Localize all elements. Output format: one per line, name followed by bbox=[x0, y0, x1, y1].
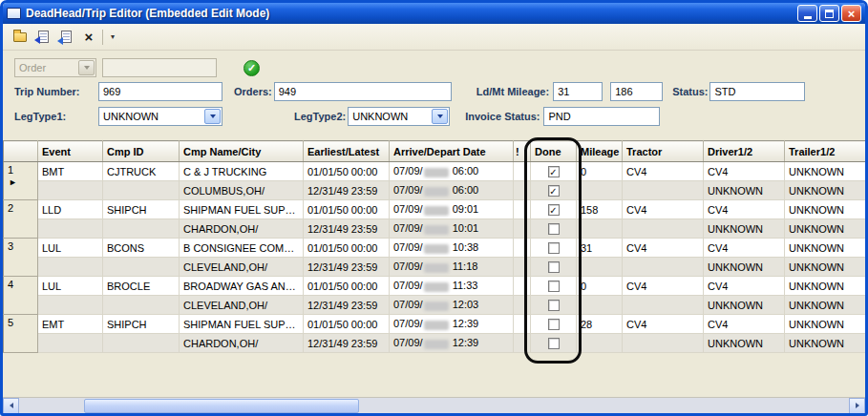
arrive-depart-header[interactable]: Arrive/Depart Date bbox=[390, 141, 514, 162]
minimize-button[interactable] bbox=[797, 5, 817, 22]
cell-tractor[interactable]: CV4 bbox=[623, 315, 704, 334]
scroll-right-button[interactable] bbox=[849, 398, 865, 414]
cell-arrive-depart[interactable]: 07/09/ 06:00 bbox=[390, 181, 514, 200]
cell-cmp-name[interactable]: C & J TRUCKING bbox=[180, 162, 304, 181]
cell-earliest-latest[interactable]: 12/31/49 23:59 bbox=[304, 181, 390, 200]
cell-driver[interactable]: CV4 bbox=[704, 200, 785, 219]
cmp-name-header[interactable]: Cmp Name/City bbox=[180, 141, 304, 162]
toolbar-options-button[interactable]: ▾ bbox=[106, 27, 119, 48]
row-selector[interactable]: 4 bbox=[4, 277, 38, 315]
cell-trailer[interactable]: UNKNOWN bbox=[785, 296, 866, 315]
cell-mileage[interactable] bbox=[577, 296, 623, 315]
cell-cmp-id[interactable] bbox=[103, 181, 180, 200]
cell-trailer[interactable]: UNKNOWN bbox=[785, 239, 866, 258]
cell-alert[interactable] bbox=[514, 162, 531, 181]
cell-cmp-id[interactable]: CJTRUCK bbox=[103, 162, 180, 181]
cell-cmp-name[interactable]: SHIPMAN FUEL SUPPLY bbox=[180, 315, 304, 334]
cell-cmp-id[interactable] bbox=[103, 258, 180, 277]
cell-cmp-id[interactable]: SHIPCH bbox=[103, 200, 180, 219]
cell-earliest-latest[interactable]: 01/01/50 00:00 bbox=[304, 200, 390, 219]
cell-arrive-depart[interactable]: 07/09/ 10:38 bbox=[390, 239, 514, 258]
cell-done[interactable] bbox=[531, 296, 577, 315]
trailer-header[interactable]: Trailer1/2 bbox=[785, 141, 866, 162]
cell-earliest-latest[interactable]: 12/31/49 23:59 bbox=[304, 334, 390, 353]
cell-tractor[interactable] bbox=[623, 181, 704, 200]
cell-cmp-name[interactable]: SHIPMAN FUEL SUPPLY bbox=[180, 200, 304, 219]
cell-earliest-latest[interactable]: 01/01/50 00:00 bbox=[304, 315, 390, 334]
add-leg-button[interactable] bbox=[54, 27, 77, 48]
cell-mileage[interactable] bbox=[577, 181, 623, 200]
row-selector[interactable]: 3 bbox=[4, 239, 38, 277]
cell-event[interactable]: BMT bbox=[38, 162, 103, 181]
done-checkbox[interactable]: ✓ bbox=[548, 166, 560, 177]
cell-earliest-latest[interactable]: 12/31/49 23:59 bbox=[304, 258, 390, 277]
cell-done[interactable] bbox=[531, 258, 577, 277]
cell-cmp-name[interactable]: COLUMBUS,OH/ bbox=[180, 181, 304, 200]
scrollbar-thumb[interactable] bbox=[84, 399, 359, 413]
cell-trailer[interactable]: UNKNOWN bbox=[785, 200, 866, 219]
done-checkbox[interactable] bbox=[548, 338, 560, 349]
cell-arrive-depart[interactable]: 07/09/ 12:03 bbox=[390, 296, 514, 315]
row-selector[interactable]: 2 bbox=[4, 200, 38, 239]
close-button[interactable]: × bbox=[841, 5, 861, 22]
cell-cmp-id[interactable] bbox=[103, 334, 180, 353]
cell-driver[interactable]: UNKNOWN bbox=[704, 296, 785, 315]
cell-event[interactable] bbox=[38, 258, 103, 277]
orders-field[interactable] bbox=[274, 82, 452, 101]
cell-cmp-name[interactable]: CHARDON,OH/ bbox=[180, 219, 304, 239]
cell-alert[interactable] bbox=[514, 296, 531, 315]
trip-number-field[interactable] bbox=[98, 82, 222, 101]
cell-done[interactable] bbox=[531, 219, 577, 239]
maximize-button[interactable] bbox=[819, 5, 839, 22]
earliest-latest-header[interactable]: Earliest/Latest bbox=[304, 141, 390, 162]
cell-done[interactable]: ✓ bbox=[531, 200, 577, 219]
horizontal-scrollbar[interactable] bbox=[3, 397, 865, 413]
done-checkbox[interactable] bbox=[548, 300, 560, 311]
cell-done[interactable]: ✓ bbox=[531, 162, 577, 181]
cell-alert[interactable] bbox=[514, 334, 531, 353]
mileage-header[interactable]: Mileage bbox=[577, 141, 623, 162]
cell-tractor[interactable]: CV4 bbox=[623, 162, 704, 181]
cell-driver[interactable]: CV4 bbox=[704, 315, 785, 334]
cell-arrive-depart[interactable]: 07/09/ 12:39 bbox=[390, 315, 514, 334]
cmp-id-header[interactable]: Cmp ID bbox=[103, 141, 180, 162]
cell-trailer[interactable]: UNKNOWN bbox=[785, 219, 866, 239]
cell-done[interactable] bbox=[531, 239, 577, 258]
cell-driver[interactable]: UNKNOWN bbox=[704, 181, 785, 200]
cell-alert[interactable] bbox=[514, 277, 531, 296]
cell-driver[interactable]: UNKNOWN bbox=[704, 219, 785, 239]
cell-done[interactable] bbox=[531, 315, 577, 334]
cell-mileage[interactable]: 0 bbox=[577, 277, 623, 296]
cell-mileage[interactable] bbox=[577, 258, 623, 277]
cell-mileage[interactable]: 0 bbox=[577, 162, 623, 181]
cell-tractor[interactable]: CV4 bbox=[623, 200, 704, 219]
cell-alert[interactable] bbox=[514, 258, 531, 277]
done-checkbox[interactable]: ✓ bbox=[548, 185, 560, 197]
cell-mileage[interactable] bbox=[577, 334, 623, 353]
cell-tractor[interactable] bbox=[623, 296, 704, 315]
cell-cmp-name[interactable]: CHARDON,OH/ bbox=[180, 334, 304, 353]
cell-cmp-id[interactable]: SHIPCH bbox=[103, 315, 180, 334]
row-selector[interactable]: 1► bbox=[4, 162, 38, 200]
cell-driver[interactable]: CV4 bbox=[704, 162, 785, 181]
cell-tractor[interactable] bbox=[623, 219, 704, 239]
cell-earliest-latest[interactable]: 01/01/50 00:00 bbox=[304, 162, 390, 181]
row-selector[interactable]: 5 bbox=[4, 315, 38, 353]
cell-cmp-name[interactable]: CLEVELAND,OH/ bbox=[180, 258, 304, 277]
done-header[interactable]: Done bbox=[531, 141, 577, 162]
mt-mileage-field[interactable] bbox=[610, 82, 663, 101]
insert-leg-button[interactable] bbox=[32, 27, 54, 48]
cell-arrive-depart[interactable]: 07/09/ 11:18 bbox=[390, 258, 514, 277]
cell-cmp-id[interactable] bbox=[103, 219, 180, 239]
legtype2-combo[interactable]: UNKNOWN bbox=[348, 107, 450, 126]
cell-driver[interactable]: CV4 bbox=[704, 239, 785, 258]
cell-arrive-depart[interactable]: 07/09/ 11:33 bbox=[390, 277, 514, 296]
scroll-left-button[interactable] bbox=[3, 398, 19, 414]
done-checkbox[interactable]: ✓ bbox=[548, 204, 560, 216]
cell-arrive-depart[interactable]: 07/09/ 06:00 bbox=[390, 162, 514, 181]
cell-trailer[interactable]: UNKNOWN bbox=[785, 315, 866, 334]
done-checkbox[interactable] bbox=[548, 319, 560, 330]
cell-mileage[interactable]: 31 bbox=[577, 239, 623, 258]
cell-driver[interactable]: UNKNOWN bbox=[704, 258, 785, 277]
invoice-status-field[interactable] bbox=[543, 107, 660, 126]
